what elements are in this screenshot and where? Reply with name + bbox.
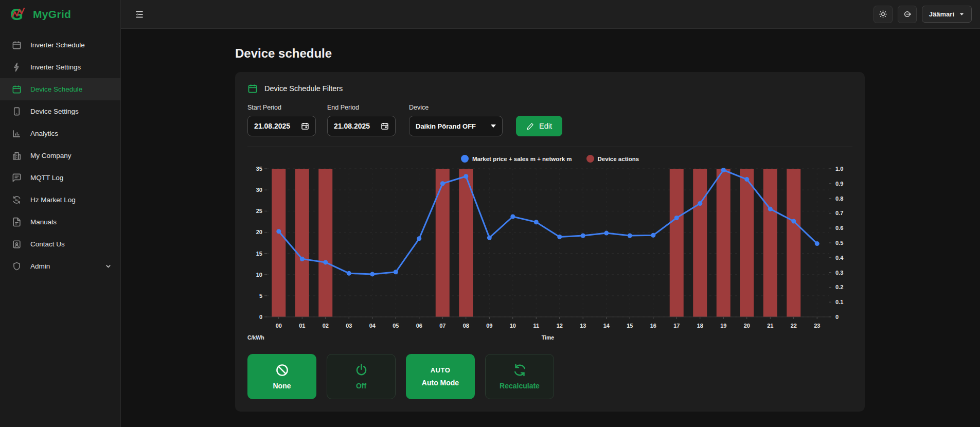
- action-auto-mode-button[interactable]: AUTO Auto Mode: [406, 354, 475, 399]
- auto-mode-icon-text: AUTO: [431, 366, 451, 374]
- action-off-button[interactable]: Off: [327, 354, 396, 399]
- chart-wrap: 0510152025303500.10.20.30.40.50.60.70.80…: [247, 165, 852, 344]
- start-period-input[interactable]: 21.08.2025: [247, 116, 316, 136]
- page-title: Device schedule: [235, 46, 865, 61]
- sidebar-item-my-company[interactable]: My Company: [0, 145, 120, 167]
- svg-text:15: 15: [627, 323, 633, 329]
- start-period-field: Start Period 21.08.2025: [247, 104, 316, 136]
- sidebar-item-label: Manuals: [30, 218, 57, 226]
- sidebar-item-admin[interactable]: Admin: [0, 255, 120, 277]
- document-icon: [12, 217, 22, 227]
- sidebar-item-analytics[interactable]: Analytics: [0, 122, 120, 145]
- shield-icon: [12, 261, 22, 271]
- sidebar-item-inverter-settings[interactable]: Inverter Settings: [0, 56, 120, 78]
- user-menu-button[interactable]: Jäämari: [922, 6, 972, 23]
- device-select[interactable]: Daikin Põrand OFF: [409, 116, 503, 136]
- caret-down-icon: [959, 11, 965, 17]
- logout-icon: [903, 10, 912, 19]
- svg-text:07: 07: [439, 323, 446, 329]
- power-icon: [354, 363, 368, 377]
- action-recalculate-button[interactable]: Recalculate: [485, 354, 554, 399]
- svg-text:16: 16: [650, 323, 656, 329]
- sidebar-item-label: Analytics: [30, 130, 58, 137]
- svg-text:14: 14: [603, 323, 610, 329]
- logo-area: G MyGrid: [0, 0, 120, 29]
- sidebar-item-label: Admin: [30, 262, 50, 270]
- sidebar-item-hz-market-log[interactable]: Hz Hz Market Log: [0, 189, 120, 211]
- topbar: Jäämari: [121, 0, 980, 29]
- sidebar-item-device-schedule[interactable]: Device Schedule: [0, 78, 120, 100]
- svg-text:20: 20: [744, 323, 750, 329]
- sidebar-item-inverter-schedule[interactable]: Inverter Schedule: [0, 34, 120, 56]
- brand-name: MyGrid: [33, 8, 71, 21]
- sidebar-item-label: MQTT Log: [30, 174, 63, 182]
- topbar-right: Jäämari: [874, 6, 972, 23]
- action-recalculate-label: Recalculate: [500, 382, 540, 390]
- legend-label-device-actions: Device actions: [598, 156, 639, 162]
- sidebar-item-device-settings[interactable]: Device Settings: [0, 100, 120, 122]
- start-period-value: 21.08.2025: [254, 122, 290, 130]
- tablet-icon: [12, 106, 22, 116]
- sidebar-item-manuals[interactable]: Manuals: [0, 211, 120, 233]
- prohibition-icon: [275, 363, 289, 377]
- sidebar-nav: Inverter Schedule Inverter Settings Devi…: [0, 29, 120, 277]
- sidebar-item-label: Inverter Settings: [30, 63, 81, 71]
- logout-button[interactable]: [898, 6, 917, 23]
- collapse-sidebar-button[interactable]: [134, 9, 145, 20]
- svg-text:00: 00: [276, 323, 282, 329]
- svg-text:12: 12: [557, 323, 563, 329]
- sidebar-item-label: Contact Us: [30, 240, 65, 248]
- contact-card-icon: [12, 239, 22, 249]
- svg-text:17: 17: [673, 323, 680, 329]
- device-selected-value: Daikin Põrand OFF: [416, 122, 476, 130]
- mygrid-logo-icon: G: [9, 5, 28, 24]
- bolt-icon: [12, 62, 22, 72]
- device-schedule-chart: 0510152025303500.10.20.30.40.50.60.70.80…: [247, 165, 852, 335]
- end-period-input[interactable]: 21.08.2025: [327, 116, 396, 136]
- svg-text:0.1: 0.1: [835, 299, 843, 305]
- sidebar-item-label: Device Schedule: [30, 85, 82, 93]
- device-field: Device Daikin Põrand OFF: [409, 104, 503, 136]
- calendar-icon: [381, 122, 389, 130]
- device-schedule-card: Device Schedule Filters Start Period 21.…: [235, 72, 865, 412]
- user-name: Jäämari: [929, 10, 954, 18]
- axis-captions: C/kWh Time: [247, 335, 852, 344]
- calendar-icon: [301, 122, 309, 130]
- svg-text:22: 22: [791, 323, 797, 329]
- filters-row: Start Period 21.08.2025 End Period 21.08…: [247, 104, 852, 136]
- svg-text:Hz: Hz: [15, 199, 19, 202]
- action-none-label: None: [273, 382, 291, 390]
- hz-refresh-icon: Hz: [12, 195, 22, 205]
- edit-button-label: Edit: [539, 122, 552, 130]
- svg-text:5: 5: [259, 293, 262, 299]
- caret-down-icon: [491, 124, 496, 128]
- svg-text:1.0: 1.0: [835, 166, 843, 172]
- chart-legend: Market price + sales m + network m Devic…: [247, 155, 852, 163]
- collapse-sidebar-icon: [134, 9, 145, 20]
- refresh-icon: [513, 363, 527, 377]
- sidebar-item-mqtt-log[interactable]: MQTT Log: [0, 167, 120, 189]
- svg-text:0.3: 0.3: [835, 270, 843, 276]
- svg-text:35: 35: [256, 166, 262, 172]
- svg-text:21: 21: [767, 323, 773, 329]
- sidebar-item-contact-us[interactable]: Contact Us: [0, 233, 120, 255]
- svg-text:09: 09: [486, 323, 492, 329]
- svg-text:01: 01: [299, 323, 305, 329]
- action-off-label: Off: [356, 382, 366, 390]
- chevron-down-icon: [104, 262, 112, 270]
- action-none-button[interactable]: None: [247, 354, 316, 399]
- svg-text:03: 03: [346, 323, 352, 329]
- x-axis-caption: Time: [542, 334, 554, 341]
- edit-button[interactable]: Edit: [516, 116, 562, 136]
- legend-dot-market-price: [461, 155, 469, 163]
- theme-toggle-button[interactable]: [874, 6, 893, 23]
- svg-text:20: 20: [256, 229, 262, 235]
- legend-dot-device-actions: [586, 155, 594, 163]
- svg-text:08: 08: [463, 323, 469, 329]
- pencil-icon: [526, 122, 534, 130]
- left-axis-caption: C/kWh: [247, 334, 264, 341]
- start-period-label: Start Period: [247, 104, 316, 111]
- building-icon: [12, 151, 22, 161]
- svg-text:10: 10: [256, 272, 262, 278]
- svg-text:0.9: 0.9: [835, 181, 843, 187]
